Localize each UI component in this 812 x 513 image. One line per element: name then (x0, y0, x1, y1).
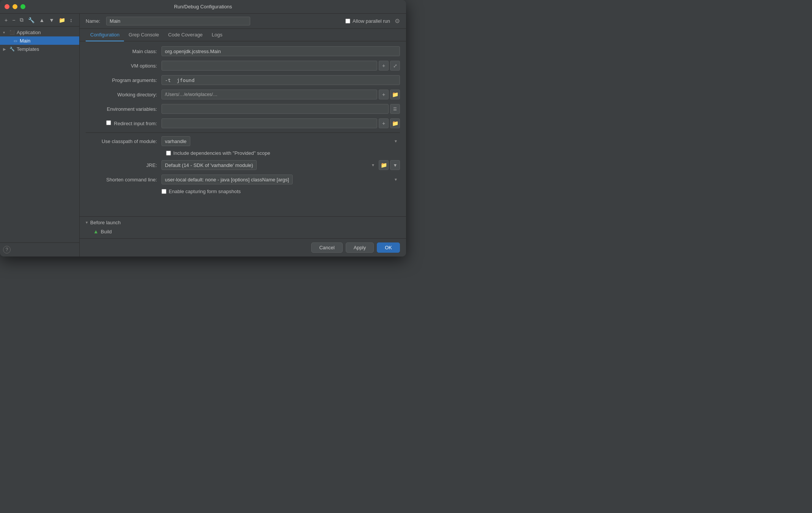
allow-parallel-group: Allow parallel run (345, 18, 390, 24)
content-area: Name: Allow parallel run ⚙ Configuration… (80, 14, 406, 256)
working-dir-add-button[interactable]: + (379, 90, 389, 99)
working-dir-field: + 📁 (161, 90, 400, 99)
sidebar-item-main[interactable]: ▭ Main (0, 36, 79, 45)
name-input[interactable] (106, 17, 250, 25)
window-controls[interactable] (5, 4, 25, 9)
tabs-bar: Configuration Grep Console Code Coverage… (80, 29, 406, 41)
copy-config-button[interactable]: ⧉ (18, 16, 25, 24)
jre-select[interactable]: Default (14 - SDK of 'varhandle' module) (161, 160, 257, 170)
shorten-cmd-label: Shorten command line: (86, 177, 161, 183)
shorten-cmd-field: user-local default: none - java [options… (161, 175, 400, 184)
main-class-input[interactable] (161, 46, 400, 56)
main-layout: + − ⧉ 🔧 ▲ ▼ 📁 ↕ ▾ ⬛ Application ▭ Main ▶… (0, 14, 406, 256)
jre-label: JRE: (86, 162, 161, 168)
redirect-input-row: Redirect input from: + 📁 (86, 118, 400, 129)
program-args-input[interactable] (161, 75, 400, 85)
jre-browse-button[interactable]: 📁 (379, 160, 389, 170)
form-separator-1 (86, 132, 400, 133)
minimize-button[interactable] (13, 4, 17, 9)
build-item: ▲ Build (86, 228, 400, 235)
application-label: Application (17, 30, 41, 35)
main-label: Main (20, 38, 30, 44)
redirect-add-button[interactable]: + (379, 118, 389, 128)
classpath-module-select-wrapper: varhandle (161, 136, 400, 146)
move-up-button[interactable]: ▲ (38, 16, 46, 24)
env-vars-input[interactable] (161, 104, 389, 114)
vm-options-input[interactable] (161, 61, 377, 71)
close-button[interactable] (5, 4, 9, 9)
before-launch-title[interactable]: Before launch (90, 220, 121, 225)
working-dir-row: Working directory: + 📁 (86, 89, 400, 100)
shorten-cmd-select[interactable]: user-local default: none - java [options… (161, 175, 293, 184)
sidebar-bottom: ? (0, 242, 79, 256)
working-dir-input[interactable] (161, 90, 377, 99)
redirect-input-checkbox[interactable] (106, 120, 111, 125)
build-icon: ▲ (93, 228, 99, 234)
application-icon: ⬛ (9, 29, 15, 35)
move-down-button[interactable]: ▼ (47, 16, 56, 24)
templates-label: Templates (17, 46, 39, 52)
jre-select-wrapper: Default (14 - SDK of 'varhandle' module) (161, 160, 377, 170)
expand-arrow-application: ▾ (3, 30, 9, 35)
jre-dropdown-button[interactable]: ▾ (390, 160, 400, 170)
help-button[interactable]: ? (3, 246, 11, 253)
include-deps-checkbox[interactable] (166, 151, 171, 156)
main-class-row: Main class: (86, 46, 400, 57)
enable-snapshots-checkbox[interactable] (161, 189, 166, 194)
before-launch-header: ▾ Before launch (86, 220, 400, 225)
vm-options-expand-button[interactable]: ⤢ (390, 61, 400, 71)
redirect-browse-button[interactable]: 📁 (390, 118, 400, 128)
tab-code-coverage[interactable]: Code Coverage (164, 29, 207, 41)
allow-parallel-checkbox[interactable] (345, 19, 350, 24)
include-deps-row: Include dependencies with "Provided" sco… (166, 150, 400, 156)
window-title: Run/Debug Configurations (174, 4, 232, 9)
classpath-module-select[interactable]: varhandle (161, 136, 190, 146)
vm-options-field: + ⤢ (161, 61, 400, 71)
config-header: Name: Allow parallel run ⚙ (80, 14, 406, 29)
program-args-label: Program arguments: (86, 77, 161, 83)
sidebar-item-templates[interactable]: ▶ 🔧 Templates (0, 45, 79, 53)
vm-options-label: VM options: (86, 63, 161, 69)
env-vars-label: Environment variables: (86, 106, 161, 112)
env-vars-row: Environment variables: ☰ (86, 104, 400, 114)
folder-button[interactable]: 📁 (57, 16, 67, 24)
vm-options-add-button[interactable]: + (379, 61, 389, 71)
name-field-label: Name: (86, 18, 100, 24)
sort-button[interactable]: ↕ (68, 16, 74, 24)
env-vars-edit-button[interactable]: ☰ (390, 104, 400, 114)
settings-gear-button[interactable]: ⚙ (395, 17, 400, 25)
redirect-input-input[interactable] (161, 118, 377, 128)
working-dir-label: Working directory: (86, 92, 161, 98)
tab-logs[interactable]: Logs (207, 29, 227, 41)
ok-button[interactable]: OK (377, 242, 400, 253)
build-label: Build (101, 229, 112, 234)
sidebar-item-application[interactable]: ▾ ⬛ Application (0, 28, 79, 36)
tab-grep-console[interactable]: Grep Console (124, 29, 163, 41)
remove-config-button[interactable]: − (11, 16, 17, 24)
env-vars-field: ☰ (161, 104, 400, 114)
program-args-field (161, 75, 400, 85)
collapse-arrow-icon[interactable]: ▾ (86, 220, 88, 225)
tab-configuration[interactable]: Configuration (86, 29, 124, 41)
classpath-module-row: Use classpath of module: varhandle (86, 136, 400, 146)
main-class-field (161, 46, 400, 56)
classpath-module-label: Use classpath of module: (86, 138, 161, 144)
shorten-cmd-row: Shorten command line: user-local default… (86, 174, 400, 185)
apply-button[interactable]: Apply (346, 242, 374, 253)
jre-row: JRE: Default (14 - SDK of 'varhandle' mo… (86, 160, 400, 170)
classpath-module-field: varhandle (161, 136, 400, 146)
include-deps-label: Include dependencies with "Provided" sco… (173, 150, 270, 156)
footer: Cancel Apply OK (80, 238, 406, 256)
maximize-button[interactable] (20, 4, 25, 9)
sidebar-toolbar: + − ⧉ 🔧 ▲ ▼ 📁 ↕ (0, 14, 79, 27)
wrench-button[interactable]: 🔧 (27, 16, 36, 24)
enable-snapshots-row: Enable capturing form snapshots (161, 189, 400, 194)
redirect-input-label: Redirect input from: (86, 120, 161, 126)
cancel-button[interactable]: Cancel (311, 242, 342, 253)
working-dir-browse-button[interactable]: 📁 (390, 90, 400, 99)
program-args-row: Program arguments: (86, 75, 400, 85)
expand-arrow-templates: ▶ (3, 47, 9, 51)
header-right: Allow parallel run ⚙ (345, 17, 400, 25)
add-config-button[interactable]: + (3, 16, 9, 24)
config-form: Main class: VM options: + ⤢ Program argu… (80, 41, 406, 216)
